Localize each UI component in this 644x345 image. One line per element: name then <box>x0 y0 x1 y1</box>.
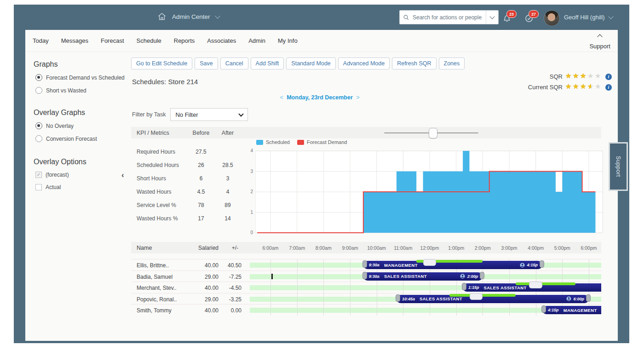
search-input[interactable] <box>411 14 486 21</box>
sidebar-collapse-button[interactable]: ‹ <box>121 171 124 180</box>
chevron-down-icon[interactable] <box>215 13 220 18</box>
date-prev-button[interactable]: < <box>278 94 285 101</box>
radio-icon <box>35 135 42 142</box>
hour-tick <box>297 305 298 316</box>
break-handle[interactable] <box>529 282 542 288</box>
shift-start-cap[interactable] <box>362 260 367 268</box>
associate-name: Ellis, Brittne.. <box>137 262 169 269</box>
overlay-options-heading: Overlay Options <box>34 158 131 166</box>
chart-legend: ScheduledForecast Demand <box>256 139 347 145</box>
hour-tick <box>430 282 430 293</box>
sqr-info-icon[interactable]: i <box>605 74 612 80</box>
radio-short-vs-wasted[interactable]: Short vs Wasted <box>35 87 131 94</box>
shift-bar-badia-samuel[interactable]: 9:30aSALES ASSISTANT2:00p <box>363 272 483 281</box>
notifications-bell-button[interactable]: 23 <box>502 14 512 25</box>
break-handle[interactable] <box>470 293 483 300</box>
radio-icon <box>35 122 42 129</box>
hour-tick <box>350 293 351 305</box>
menu-item-associates[interactable]: Associates <box>207 37 236 44</box>
roster-header-band: Name Salaried +/- 6:00am7:00am8:00am9:00… <box>131 242 601 253</box>
advanced-mode-button[interactable]: Advanced Mode <box>338 58 390 69</box>
go-to-edit-schedule-button[interactable]: Go to Edit Schedule <box>131 58 192 69</box>
menu-item-admin[interactable]: Admin <box>248 37 265 44</box>
hour-tick <box>270 271 271 282</box>
name-column-header: Name <box>137 245 152 251</box>
home-icon[interactable] <box>157 12 167 21</box>
shift-end-cap[interactable] <box>480 272 484 279</box>
shift-end-cap[interactable] <box>540 260 544 268</box>
time-label: 3:00pm <box>495 245 523 251</box>
radio-no-overlay[interactable]: No Overlay <box>35 122 131 129</box>
slider-handle[interactable] <box>429 128 437 138</box>
cancel-button[interactable]: Cancel <box>220 58 248 69</box>
chart-zoom-slider[interactable] <box>384 132 478 133</box>
hour-tick <box>456 305 457 316</box>
todo-check-button[interactable]: 27 <box>524 14 534 25</box>
shift-end-time: 4:15p <box>527 263 538 267</box>
date-label[interactable]: Monday, 23rd December <box>287 94 353 101</box>
time-label: 5:00pm <box>548 245 576 251</box>
hour-tick <box>350 305 351 316</box>
star-icon: ★ <box>595 72 602 80</box>
bell-badge: 23 <box>506 10 517 18</box>
y-axis-tick-label: 1 <box>247 210 253 215</box>
radio-conversion-forecast[interactable]: Conversion Forecast <box>35 135 131 142</box>
legend-label: Forecast Demand <box>307 139 347 145</box>
add-shift-button[interactable]: Add Shift <box>251 58 284 69</box>
hour-tick <box>323 271 324 282</box>
hour-tick <box>456 282 457 293</box>
roster-row-ellis-brittne: Ellis, Brittne..40.0040.509:30aMANAGEMEN… <box>131 259 601 270</box>
nav-title[interactable]: Admin Center <box>172 13 210 20</box>
save-button[interactable]: Save <box>195 58 218 69</box>
collapse-panel-chevron-icon[interactable] <box>589 32 610 40</box>
date-next-button[interactable]: > <box>354 94 361 101</box>
support-tab[interactable]: Support <box>610 144 627 190</box>
search-dropdown-button[interactable] <box>486 11 498 24</box>
checkbox-actual[interactable]: Actual <box>35 184 131 190</box>
shift-start-cap[interactable] <box>541 305 546 313</box>
current-sqr-stars: ★★★★★★★★★ <box>565 82 602 92</box>
hour-tick <box>270 305 271 316</box>
shift-end-cap[interactable] <box>586 294 591 302</box>
delta-value: -3.25 <box>209 296 242 303</box>
user-menu-chevron-icon[interactable] <box>608 14 613 19</box>
standard-mode-button[interactable]: Standard Mode <box>286 58 335 69</box>
support-link[interactable]: Support <box>589 43 610 50</box>
radio-icon <box>35 74 42 81</box>
star-icon: ★★ <box>573 82 580 90</box>
kpi-label: Wasted Hours % <box>137 215 178 222</box>
shift-start-cap[interactable] <box>462 283 466 290</box>
break-handle[interactable] <box>423 259 437 266</box>
shift-start-cap[interactable] <box>396 294 400 302</box>
task-filter-select[interactable]: No Filter <box>170 108 248 121</box>
menu-item-schedule[interactable]: Schedule <box>137 37 161 44</box>
radio-forecast-demand-vs-scheduled[interactable]: Forecast Demand vs Scheduled <box>35 74 131 81</box>
menu-item-my-info[interactable]: My Info <box>278 37 298 44</box>
avatar[interactable] <box>544 10 560 26</box>
time-label: 1:00pm <box>443 245 470 251</box>
refresh-sqr-button[interactable]: Refresh SQR <box>392 58 436 69</box>
current-sqr-info-icon[interactable]: i <box>605 84 612 91</box>
hour-tick <box>350 271 351 282</box>
legend-label: Scheduled <box>266 139 290 145</box>
menu-item-reports[interactable]: Reports <box>174 37 195 44</box>
menu-item-today[interactable]: Today <box>33 37 49 44</box>
legend-item-forecast-demand: Forecast Demand <box>297 139 347 145</box>
shift-start-cap[interactable] <box>362 272 367 279</box>
hour-tick <box>403 305 403 316</box>
star-icon: ★★ <box>565 72 573 80</box>
legend-item-scheduled: Scheduled <box>256 139 290 145</box>
star-icon: ★★ <box>587 82 595 90</box>
roster-row-popovic-ronal: Popovic, Ronal..29.00-3.2510:45aSALES AS… <box>131 293 601 305</box>
sqr-stars: ★★★★★★★★ <box>565 72 602 81</box>
zones-button[interactable]: Zones <box>439 58 465 69</box>
hour-tick <box>270 259 271 270</box>
user-name[interactable]: Geoff Hill (ghill) <box>564 14 605 21</box>
kpi-before-value: 4.5 <box>187 189 215 195</box>
shift-bar-smith-tommy[interactable]: 4:15pMANAGEMENT <box>542 306 601 314</box>
menu-item-forecast[interactable]: Forecast <box>101 37 124 44</box>
kpi-row-service-level: Service Level %7889 <box>131 202 251 211</box>
hour-tick <box>377 293 377 305</box>
checkbox-forecast[interactable]: ✓(forecast) <box>35 172 131 178</box>
menu-item-messages[interactable]: Messages <box>61 37 88 44</box>
